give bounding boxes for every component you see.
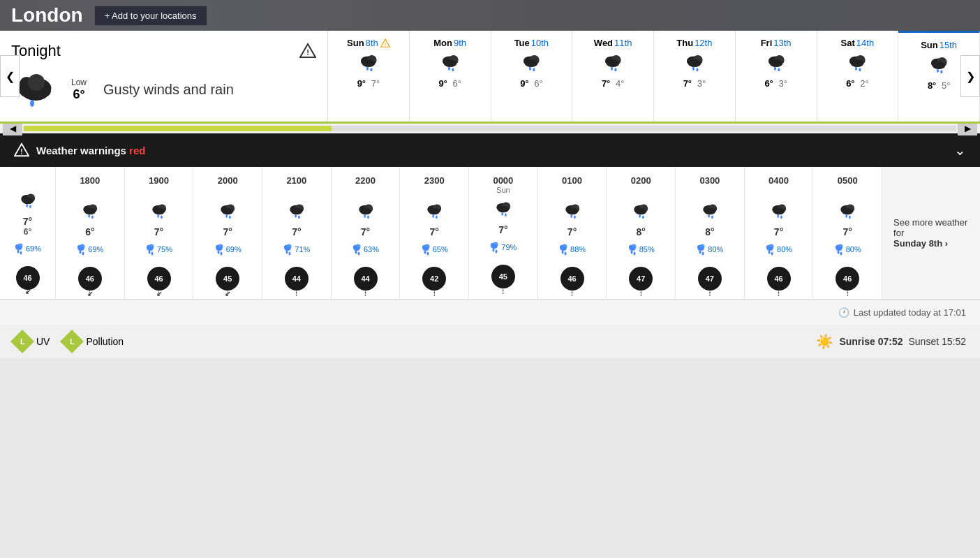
svg-point-123 <box>367 216 369 219</box>
hour-col-1900: 1900 7° 75% 46↙ <box>125 167 194 299</box>
forecast-day-13[interactable]: Fri 13th 6° 3° <box>736 31 817 122</box>
last-updated-text: Last updated today at 17:01 <box>854 307 966 318</box>
svg-point-68 <box>17 250 19 254</box>
svg-point-54 <box>933 61 946 69</box>
svg-point-80 <box>80 251 82 254</box>
hour-col-0200: 0200 8° 85% 47↓ <box>607 167 676 299</box>
svg-point-128 <box>355 251 357 254</box>
svg-point-104 <box>217 251 219 254</box>
hour-col-0400: 0400 7° 80% 46↓ <box>745 167 814 299</box>
svg-point-105 <box>220 252 222 256</box>
svg-point-50 <box>859 68 861 71</box>
svg-point-159 <box>574 216 576 219</box>
svg-point-48 <box>851 59 864 67</box>
svg-point-44 <box>778 68 780 71</box>
svg-point-81 <box>82 252 84 256</box>
scroll-left-btn[interactable]: ◀ <box>3 122 22 135</box>
svg-point-93 <box>151 252 153 256</box>
warning-banner-label: Weather warnings red <box>36 145 145 156</box>
svg-point-115 <box>285 247 291 251</box>
svg-point-157 <box>566 208 577 215</box>
svg-point-30 <box>607 59 620 67</box>
hour-col-2300: 2300 7° 65% 42↓ <box>400 167 469 299</box>
hour-col-0100: 0100 7° 88% 46↓ <box>538 167 607 299</box>
svg-point-49 <box>855 67 857 71</box>
svg-point-194 <box>777 214 779 218</box>
svg-point-147 <box>505 214 507 216</box>
forecast-day-11[interactable]: Wed 11th 7° 4° <box>572 31 654 122</box>
svg-point-139 <box>422 247 429 251</box>
svg-text:!: ! <box>20 148 22 156</box>
svg-point-61 <box>22 198 33 205</box>
forecast-day-12[interactable]: Thu 12th 7° 3° <box>654 31 736 122</box>
svg-point-170 <box>639 214 641 218</box>
svg-point-14 <box>370 68 372 71</box>
city-name: London <box>11 4 83 27</box>
forecast-day-9[interactable]: Mon 9th 9° 6° <box>410 31 491 122</box>
svg-point-211 <box>836 247 842 251</box>
svg-point-164 <box>562 251 564 254</box>
svg-point-75 <box>91 216 94 219</box>
uv-diamond-icon: L <box>10 330 34 353</box>
hour-col-2000: 2000 7° 69% 45↙ <box>193 167 262 299</box>
svg-point-98 <box>225 214 228 218</box>
forecast-day-10[interactable]: Tue 10th 9° 6° <box>491 31 573 122</box>
svg-point-134 <box>432 214 434 218</box>
svg-point-69 <box>20 251 22 255</box>
svg-point-117 <box>289 252 291 256</box>
hour-col-0000: 0000 Sun 7° 79% 45↓ <box>469 167 538 299</box>
warning-icon: ! <box>299 43 316 59</box>
svg-point-151 <box>491 244 498 249</box>
svg-point-79 <box>78 247 84 251</box>
svg-point-32 <box>614 68 616 71</box>
pollution-badge: L Pollution <box>64 333 124 350</box>
hourly-section: -- 7° 6° 69% 46↙ 1800 6° <box>0 167 980 300</box>
forecast-day-8[interactable]: Sun 8th ! 9° 7° <box>328 31 410 122</box>
svg-point-121 <box>359 208 371 215</box>
footer-bar: L UV L Pollution ☀️ Sunrise 07:52 Sunset… <box>0 325 980 358</box>
svg-point-26 <box>533 68 535 71</box>
svg-point-145 <box>498 206 509 213</box>
svg-point-24 <box>525 59 538 67</box>
see-more-weather[interactable]: See more weather for Sunday 8th › <box>882 167 980 299</box>
sunset-text: Sunset 15:52 <box>908 336 966 347</box>
svg-point-92 <box>148 251 150 254</box>
svg-point-6 <box>28 74 45 91</box>
svg-point-110 <box>295 214 297 218</box>
svg-point-133 <box>429 208 440 215</box>
svg-point-165 <box>565 252 567 256</box>
svg-text:!: ! <box>306 48 309 57</box>
right-nav-arrow[interactable]: ❯ <box>960 55 980 97</box>
sunrise-text: Sunrise 07:52 <box>839 336 903 347</box>
forecast-strip: Sun 8th ! 9° 7° Mon 9th 9° 6° <box>328 31 980 122</box>
forecast-day-14[interactable]: Sat 14th 6° 2° <box>817 31 899 122</box>
chevron-down-icon[interactable]: ⌄ <box>954 142 966 159</box>
temp-value: 6° <box>73 87 84 102</box>
svg-text:!: ! <box>385 41 386 46</box>
hour-col-0500: 0500 7° 80% 46↓ <box>813 167 882 299</box>
scroll-right-btn[interactable]: ▶ <box>958 122 977 135</box>
svg-point-91 <box>147 247 153 251</box>
svg-point-43 <box>774 67 776 71</box>
svg-point-205 <box>842 208 853 215</box>
svg-point-86 <box>157 214 159 218</box>
temp-label: Low <box>71 78 87 87</box>
svg-point-200 <box>769 251 771 254</box>
svg-point-20 <box>452 68 454 71</box>
svg-point-55 <box>937 69 939 73</box>
hour-col-2200: 2200 7° 63% 44↓ <box>332 167 401 299</box>
svg-point-141 <box>426 252 429 256</box>
svg-point-116 <box>286 251 288 254</box>
warning-banner[interactable]: ! Weather warnings red ⌄ <box>0 133 980 167</box>
svg-point-56 <box>940 70 942 73</box>
svg-point-212 <box>837 251 839 254</box>
svg-point-158 <box>570 214 572 218</box>
add-location-button[interactable]: + Add to your locations <box>94 6 207 26</box>
svg-point-206 <box>845 214 847 218</box>
svg-point-127 <box>354 247 360 251</box>
uv-label: UV <box>36 336 50 347</box>
svg-point-189 <box>702 252 704 256</box>
left-nav-arrow[interactable]: ❮ <box>0 55 20 97</box>
svg-point-183 <box>711 216 713 219</box>
svg-point-31 <box>611 67 613 71</box>
